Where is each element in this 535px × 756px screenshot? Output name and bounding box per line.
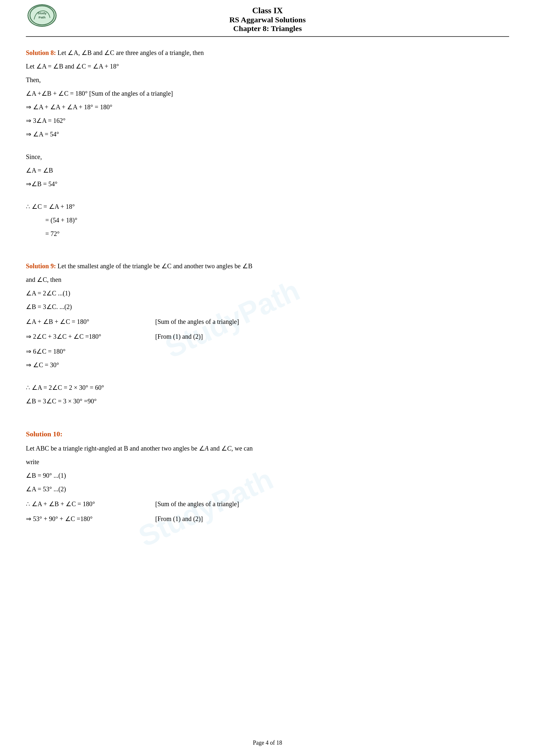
gap2: [26, 191, 509, 199]
sol9-intro2: and ∠C, then: [26, 273, 509, 286]
svg-text:Study: Study: [38, 11, 46, 14]
solution-9-heading: Solution 9: Let the smallest angle of th…: [26, 260, 509, 272]
sol8-line9: ⇒∠B = 54°: [26, 178, 509, 190]
solution-8-block: Solution 8: Let ∠A, ∠B and ∠C are three …: [26, 46, 509, 240]
sol8-line5: ⇒ 3∠A = 162°: [26, 114, 509, 127]
sol9-line7: ∴ ∠A = 2∠C = 2 × 30° = 60°: [26, 381, 509, 394]
sol8-line12: = 72°: [45, 228, 509, 240]
sol8-line3: ∠A +∠B + ∠C = 180° [Sum of the angles of…: [26, 87, 509, 99]
gap1: [26, 142, 509, 149]
sol9-line3-row: ∠A + ∠B + ∠C = 180° [Sum of the angles o…: [26, 314, 509, 329]
sol10-line2: ∠A = 53° ...(2): [26, 483, 509, 495]
sol9-line6: ⇒ ∠C = 30°: [26, 359, 509, 371]
sol10-line4-right: [From (1) and (2)]: [155, 513, 509, 525]
sol9-gap: [26, 372, 509, 380]
sol8-line8: ∠A = ∠B: [26, 164, 509, 176]
sol9-line3-left: ∠A + ∠B + ∠C = 180°: [26, 315, 149, 328]
sol9-line8: ∠B = 3∠C = 3 × 30° =90°: [26, 395, 509, 407]
main-content: Solution 8: Let ∠A, ∠B and ∠C are three …: [26, 46, 509, 526]
sol8-line4: ⇒ ∠A + ∠A + ∠A + 18° = 180°: [26, 101, 509, 113]
header-class: Class IX: [26, 6, 509, 15]
sol9-line3-right: [Sum of the angles of a triangle]: [155, 315, 509, 328]
svg-text:Path: Path: [39, 15, 45, 19]
solution-9-block: Solution 9: Let the smallest angle of th…: [26, 260, 509, 407]
sol10-line4-left: ⇒ 53° + 90° + ∠C =180°: [26, 513, 149, 525]
logo: Study Path: [26, 3, 58, 27]
sol8-line2: Then,: [26, 74, 509, 86]
sol8-line1: Let ∠A = ∠B and ∠C = ∠A + 18°: [26, 60, 509, 72]
sol10-line3-right: [Sum of the angles of a triangle]: [155, 498, 509, 510]
solution-10-block: Solution 10: Let ABC be a triangle right…: [26, 427, 509, 526]
sol9-line4-right: [From (1) and (2)]: [155, 330, 509, 343]
solution-10-heading-line: Solution 10:: [26, 427, 509, 441]
sol10-line1: ∠B = 90° ...(1): [26, 469, 509, 482]
sol8-line7: Since,: [26, 150, 509, 163]
sol9-line4-row: ⇒ 2∠C + 3∠C + ∠C =180° [From (1) and (2)…: [26, 329, 509, 344]
gap-between-sol9-sol10b: [26, 418, 509, 426]
sol9-line5: ⇒ 6∠C = 180°: [26, 345, 509, 358]
sol9-line1: ∠A = 2∠C ...(1): [26, 287, 509, 299]
sol9-line4-left: ⇒ 2∠C + 3∠C + ∠C =180°: [26, 330, 149, 343]
header-rs: RS Aggarwal Solutions: [26, 15, 509, 24]
solution-8-heading: Solution 8: Let ∠A, ∠B and ∠C are three …: [26, 46, 509, 59]
gap-between-sol9-sol10: [26, 411, 509, 418]
sol10-line3-left: ∴ ∠A + ∠B + ∠C = 180°: [26, 498, 149, 510]
sol10-line3-row: ∴ ∠A + ∠B + ∠C = 180° [Sum of the angles…: [26, 497, 509, 511]
page-header: Study Path Class IX RS Aggarwal Solution…: [26, 0, 509, 37]
gap-between-sol8-sol9b: [26, 251, 509, 258]
logo-circle: Study Path: [27, 4, 57, 27]
sol8-line11: = (54 + 18)°: [45, 214, 509, 226]
header-chapter: Chapter 8: Triangles: [26, 24, 509, 33]
gap-between-sol8-sol9: [26, 243, 509, 251]
sol10-intro: Let ABC be a triangle right-angled at B …: [26, 442, 509, 454]
sol8-line10: ∴ ∠C = ∠A + 18°: [26, 201, 509, 213]
sol9-line2: ∠B = 3∠C. ...(2): [26, 301, 509, 313]
page-footer: Page 4 of 18: [0, 740, 535, 746]
sol10-line4-row: ⇒ 53° + 90° + ∠C =180° [From (1) and (2)…: [26, 511, 509, 526]
page: StudyPath StudyPath Study Path Class IX …: [0, 0, 535, 756]
sol8-line6: ⇒ ∠A = 54°: [26, 128, 509, 140]
sol10-intro2: write: [26, 456, 509, 468]
footer-label: Page 4 of 18: [253, 740, 282, 746]
